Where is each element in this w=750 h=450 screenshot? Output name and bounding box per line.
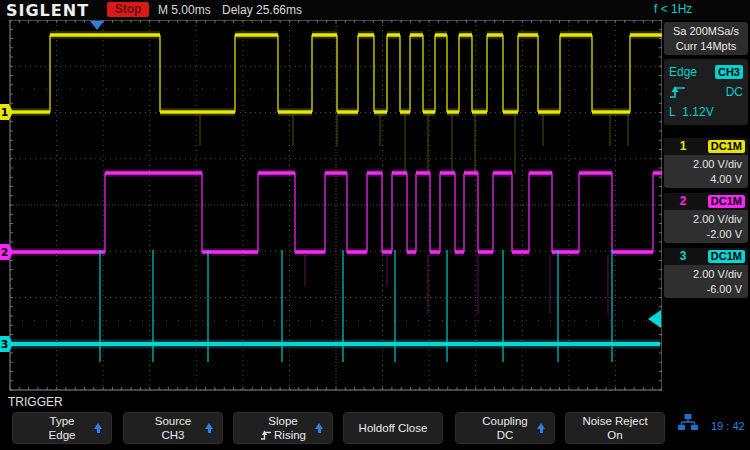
channel-3-tab: 3 DC1M — [664, 248, 748, 265]
menu-button-value: Rising — [274, 428, 306, 442]
channel-marker-number: 1 — [1, 106, 9, 119]
ch1-waveform-glow — [10, 35, 662, 112]
menu-button-slope[interactable]: Slope Rising — [233, 412, 333, 444]
channel-1-coupling-badge: DC1M — [708, 140, 745, 153]
channel-3-coupling-badge: DC1M — [708, 250, 745, 263]
top-status-bar: SIGLENT Stop M 5.00ms Delay 25.66ms f < … — [0, 0, 750, 20]
channel-2-info-box[interactable]: 2 DC1M 2.00 V/div -2.00 V — [664, 193, 748, 243]
channel-3-info-box[interactable]: 3 DC1M 2.00 V/div -6.00 V — [664, 248, 748, 298]
menu-button-source[interactable]: Source CH3 — [123, 412, 223, 444]
softkey-menu-bar: TRIGGER Type Edge Source CH3 Slope Risin… — [0, 395, 750, 450]
channel-3-scale: 2.00 V/div — [664, 267, 742, 282]
trigger-position-marker[interactable] — [90, 21, 104, 30]
trigger-coupling: DC — [726, 85, 743, 99]
channel-2-scale: 2.00 V/div — [664, 212, 742, 227]
channel-2-offset: -2.00 V — [664, 227, 742, 242]
menu-button-value: DC — [497, 428, 514, 442]
channel-1-info-box[interactable]: 1 DC1M 2.00 V/div 4.00 V — [664, 138, 748, 188]
menu-button-value: CH3 — [161, 428, 184, 442]
menu-button-coupling[interactable]: Coupling DC — [455, 412, 555, 444]
spinner-arrow-icon — [93, 423, 103, 433]
channel-3-offset: -6.00 V — [664, 282, 742, 297]
ch1-waveform-edges — [50, 35, 630, 112]
ch2-waveform-edges — [105, 173, 653, 252]
menu-button-label: Slope — [268, 414, 297, 428]
memory-depth: Curr 14Mpts — [664, 39, 748, 54]
frequency-counter: f < 1Hz — [654, 2, 692, 16]
channel-1-scale: 2.00 V/div — [664, 157, 742, 172]
trigger-info-box[interactable]: Edge CH3 DC L 1.12V — [664, 59, 748, 125]
rising-edge-icon — [669, 85, 687, 100]
channel-2-coupling-badge: DC1M — [708, 195, 745, 208]
channel-marker-number: 2 — [1, 246, 9, 259]
menu-button-label: Coupling — [482, 414, 527, 428]
waveform-display: 123 — [0, 0, 750, 450]
menu-button-noise-reject[interactable]: Noise Reject On — [565, 412, 665, 444]
brand-logo: SIGLENT — [6, 1, 89, 20]
spinner-arrow-icon — [314, 423, 324, 433]
trigger-level-prefix: L — [669, 105, 676, 119]
menu-button-label: Holdoff Close — [359, 421, 428, 435]
trigger-level-value: 1.12V — [682, 105, 713, 119]
clock: 19 : 42 — [711, 420, 745, 432]
spinner-arrow-icon — [204, 423, 214, 433]
timebase-readout: M 5.00ms — [158, 3, 211, 17]
trigger-type: Edge — [669, 65, 697, 79]
ch1-waveform — [10, 35, 662, 112]
menu-button-type[interactable]: Type Edge — [12, 412, 112, 444]
rising-edge-icon — [260, 430, 272, 440]
lan-network-icon — [677, 414, 699, 432]
menu-button-holdoff[interactable]: Holdoff Close — [343, 412, 443, 444]
channel-3-number: 3 — [664, 248, 702, 265]
channel-2-tab: 2 DC1M — [664, 193, 748, 210]
menu-button-label: Type — [50, 414, 75, 428]
delay-readout: Delay 25.66ms — [222, 3, 302, 17]
menu-button-label: Noise Reject — [582, 414, 647, 428]
spinner-arrow-icon — [536, 423, 546, 433]
channel-2-number: 2 — [664, 193, 702, 210]
menu-button-label: Source — [155, 414, 191, 428]
menu-title: TRIGGER — [8, 395, 63, 409]
channel-1-tab: 1 DC1M — [664, 138, 748, 155]
channel-marker-number: 3 — [1, 338, 9, 351]
oscilloscope-screen: 123 SIGLENT Stop M 5.00ms Delay 25.66ms … — [0, 0, 750, 450]
trigger-source-badge: CH3 — [715, 65, 743, 79]
acquisition-info-box: Sa 200MSa/s Curr 14Mpts — [664, 22, 748, 55]
trigger-level-marker[interactable] — [648, 310, 661, 328]
channel-1-offset: 4.00 V — [664, 172, 742, 187]
graticule-border — [10, 20, 662, 390]
right-sidebar: Sa 200MSa/s Curr 14Mpts Edge CH3 DC L 1.… — [662, 20, 750, 395]
channel-1-number: 1 — [664, 138, 702, 155]
menu-button-value: Edge — [49, 428, 76, 442]
sample-rate: Sa 200MSa/s — [664, 24, 748, 39]
run-state-badge: Stop — [107, 2, 149, 17]
menu-button-value: On — [607, 428, 622, 442]
